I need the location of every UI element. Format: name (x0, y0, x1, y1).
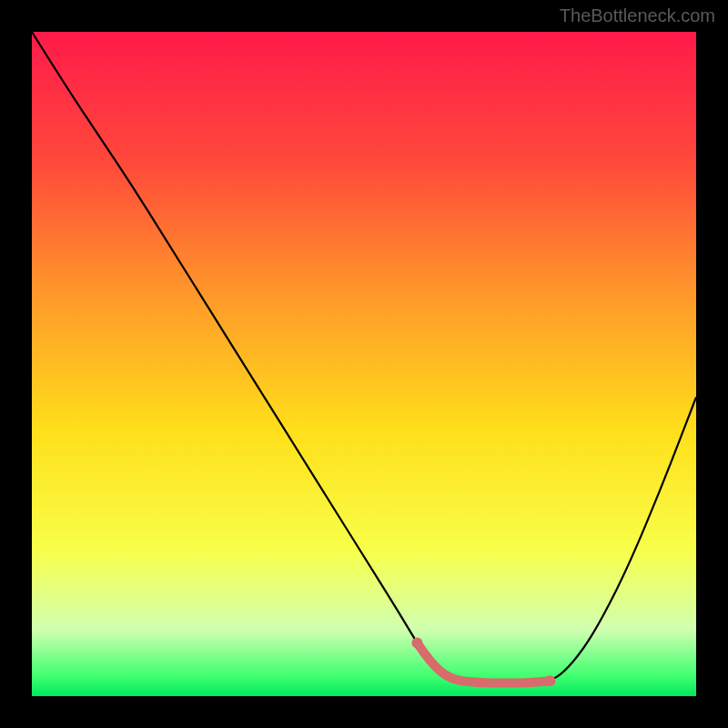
highlight-start-dot (411, 638, 422, 649)
gradient-background (32, 32, 696, 696)
plot-area (32, 32, 696, 696)
chart-svg (32, 32, 696, 696)
watermark-text: TheBottleneck.com (560, 5, 715, 26)
highlight-end-dot (544, 675, 555, 686)
